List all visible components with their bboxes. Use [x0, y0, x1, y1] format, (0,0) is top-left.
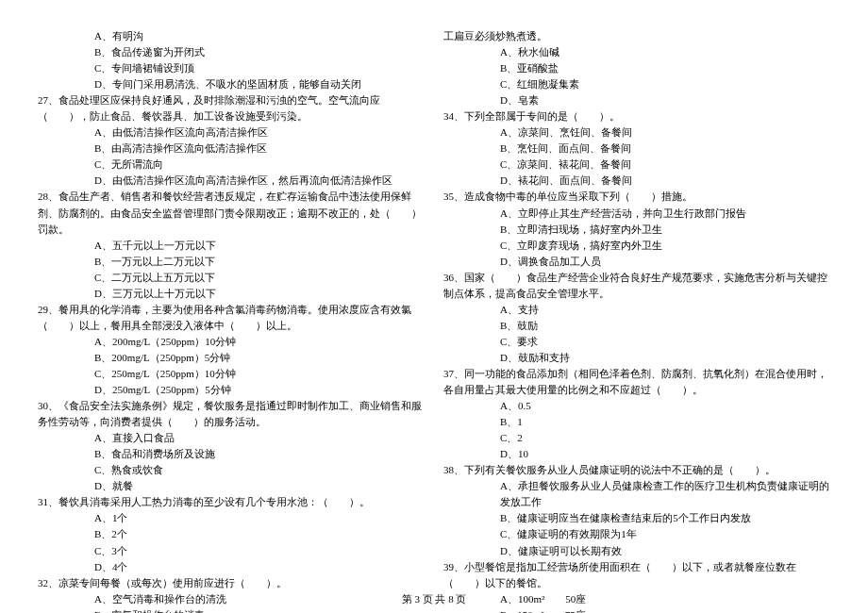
q35: 35、造成食物中毒的单位应当采取下列（ ）措施。 [443, 189, 830, 205]
q34-c: C、凉菜间、裱花间、备餐间 [443, 157, 830, 173]
q38-b: B、健康证明应当在健康检查结束后的5个工作日内发放 [443, 510, 830, 526]
q38: 38、下列有关餐饮服务从业人员健康证明的说法中不正确的是（ ）。 [443, 462, 830, 478]
option-c: C、专间墙裙铺设到顶 [38, 60, 425, 76]
option-a: A、有明沟 [38, 28, 425, 44]
q27-b: B、由高清洁操作区流向低清洁操作区 [38, 141, 425, 157]
q33-d: D、皂素 [443, 92, 830, 108]
q35-d: D、调换食品加工人员 [443, 254, 830, 270]
q28-b: B、一万元以上二万元以下 [38, 254, 425, 270]
q32-a: A、空气消毒和操作台的清洗 [38, 591, 425, 607]
q39: 39、小型餐馆是指加工经营场所使用面积在（ ）以下，或者就餐座位数在（ ）以下的… [443, 559, 830, 591]
page-body: A、有明沟 B、食品传递窗为开闭式 C、专间墙裙铺设到顶 D、专间门采用易清洗、… [0, 0, 868, 585]
q33-cont: 工扁豆必须炒熟煮透。 [443, 28, 830, 44]
q29-a: A、200mg/L（250ppm）10分钟 [38, 334, 425, 350]
q33-b: B、亚硝酸盐 [443, 60, 830, 76]
q39-a: A、100m² 50座 [443, 591, 830, 607]
q37: 37、同一功能的食品添加剂（相同色泽着色剂、防腐剂、抗氧化剂）在混合使用时，各自… [443, 366, 830, 398]
q31-d: D、4个 [38, 559, 425, 575]
q34-d: D、裱花间、面点间、备餐间 [443, 173, 830, 189]
option-b: B、食品传递窗为开闭式 [38, 44, 425, 60]
q27-d: D、由低清洁操作区流向高清洁操作区，然后再流向低清洁操作区 [38, 173, 425, 189]
q27: 27、食品处理区应保持良好通风，及时排除潮湿和污浊的空气。空气流向应（ ），防止… [38, 92, 425, 124]
q30-a: A、直接入口食品 [38, 430, 425, 446]
q34-a: A、凉菜间、烹饪间、备餐间 [443, 124, 830, 141]
q37-a: A、0.5 [443, 398, 830, 414]
q28-d: D、三万元以上十万元以下 [38, 286, 425, 302]
q27-c: C、无所谓流向 [38, 157, 425, 173]
q36-a: A、支持 [443, 302, 830, 318]
q35-b: B、立即清扫现场，搞好室内外卫生 [443, 222, 830, 238]
option-d: D、专间门采用易清洗、不吸水的坚固材质，能够自动关闭 [38, 76, 425, 92]
q29-d: D、250mg/L（250ppm）5分钟 [38, 382, 425, 398]
q28-c: C、二万元以上五万元以下 [38, 270, 425, 286]
q34: 34、下列全部属于专间的是（ ）。 [443, 108, 830, 124]
q31-b: B、2个 [38, 526, 425, 542]
right-column: 工扁豆必须炒熟煮透。 A、秋水仙碱 B、亚硝酸盐 C、红细胞凝集素 D、皂素 3… [443, 28, 830, 575]
q30-c: C、熟食或饮食 [38, 462, 425, 478]
q37-d: D、10 [443, 446, 830, 462]
q34-b: B、烹饪间、面点间、备餐间 [443, 141, 830, 157]
q36-b: B、鼓励 [443, 318, 830, 334]
q29-c: C、250mg/L（250ppm）10分钟 [38, 366, 425, 382]
q33-c: C、红细胞凝集素 [443, 76, 830, 92]
q31-c: C、3个 [38, 543, 425, 559]
q27-a: A、由低清洁操作区流向高清洁操作区 [38, 124, 425, 141]
q35-a: A、立即停止其生产经营活动，并向卫生行政部门报告 [443, 206, 830, 222]
q39-b: B、150m² 75座 [443, 607, 830, 613]
q38-d: D、健康证明可以长期有效 [443, 543, 830, 559]
q32-b: B、空气和操作台的消毒 [38, 607, 425, 613]
left-column: A、有明沟 B、食品传递窗为开闭式 C、专间墙裙铺设到顶 D、专间门采用易清洗、… [38, 28, 425, 575]
q28: 28、食品生产者、销售者和餐饮经营者违反规定，在贮存运输食品中违法使用保鲜剂、防… [38, 189, 425, 237]
q33-a: A、秋水仙碱 [443, 44, 830, 60]
q30-d: D、就餐 [38, 478, 425, 494]
q29: 29、餐用具的化学消毒，主要为使用各种含氯消毒药物消毒。使用浓度应含有效氯（ ）… [38, 302, 425, 334]
q38-c: C、健康证明的有效期限为1年 [443, 526, 830, 542]
q28-a: A、五千元以上一万元以下 [38, 238, 425, 254]
q31: 31、餐饮具消毒采用人工热力消毒的至少设有几个专用水池：（ ）。 [38, 494, 425, 510]
q37-c: C、2 [443, 430, 830, 446]
q32: 32、凉菜专间每餐（或每次）使用前应进行（ ）。 [38, 575, 425, 591]
q29-b: B、200mg/L（250ppm）5分钟 [38, 350, 425, 366]
q30-b: B、食品和消费场所及设施 [38, 446, 425, 462]
q30: 30、《食品安全法实施条例》规定，餐饮服务是指通过即时制作加工、商业销售和服务性… [38, 398, 425, 430]
q36: 36、国家（ ）食品生产经营企业符合良好生产规范要求，实施危害分析与关键控制点体… [443, 270, 830, 302]
q37-b: B、1 [443, 414, 830, 430]
q35-c: C、立即废弃现场，搞好室内外卫生 [443, 238, 830, 254]
q38-a: A、承担餐饮服务从业人员健康检查工作的医疗卫生机构负责健康证明的发放工作 [443, 478, 830, 510]
q36-d: D、鼓励和支持 [443, 350, 830, 366]
q36-c: C、要求 [443, 334, 830, 350]
q31-a: A、1个 [38, 510, 425, 526]
